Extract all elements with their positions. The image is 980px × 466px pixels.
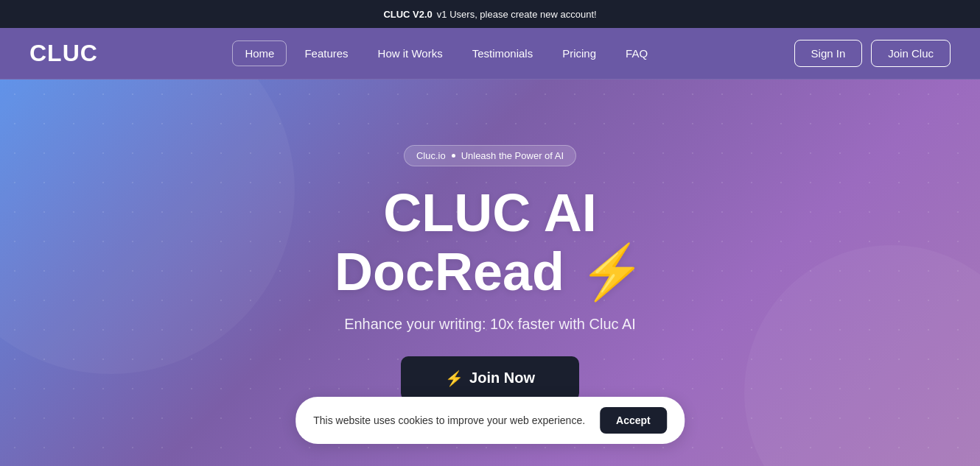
accept-cookie-button[interactable]: Accept [600,407,667,434]
nav-link-faq[interactable]: FAQ [614,41,659,66]
join-now-button[interactable]: ⚡ Join Now [401,356,579,400]
nav-link-testimonials[interactable]: Testimonials [461,41,545,66]
nav-item-faq[interactable]: FAQ [614,47,659,60]
nav-link-home[interactable]: Home [232,40,287,66]
hero-title-line2: DocRead ⚡ [335,242,645,301]
hero-badge-tagline: Unleash the Power of AI [461,150,564,161]
brand-version: CLUC V2.0 [383,9,432,20]
cookie-message: This website uses cookies to improve you… [313,414,585,426]
nav-item-features[interactable]: Features [293,47,360,60]
nav-item-how-it-works[interactable]: How it Works [366,47,455,60]
hero-badge-brand: Cluc.io [416,150,446,161]
hero-badge: Cluc.io Unleash the Power of AI [404,145,576,166]
badge-dot [452,154,455,158]
nav-item-testimonials[interactable]: Testimonials [461,47,545,60]
nav-item-pricing[interactable]: Pricing [550,47,608,60]
hero-subtitle: Enhance your writing: 10x faster with Cl… [344,316,636,333]
signin-button[interactable]: Sign In [794,40,863,67]
join-cluc-button[interactable]: Join Cluc [871,40,951,67]
nav-item-home[interactable]: Home [232,47,287,60]
nav-actions: Sign In Join Cluc [794,40,951,67]
join-now-label: Join Now [469,370,535,386]
top-banner: CLUC V2.0 v1 Users, please create new ac… [0,0,980,28]
join-now-icon: ⚡ [445,370,463,387]
hero-title: CLUC AI DocRead ⚡ [335,184,645,300]
navbar: CLUC Home Features How it Works Testimon… [0,28,980,80]
banner-message: v1 Users, please create new account! [437,9,597,20]
nav-link-how-it-works[interactable]: How it Works [366,41,455,66]
nav-logo[interactable]: CLUC [29,40,98,67]
nav-links: Home Features How it Works Testimonials … [232,47,659,60]
nav-link-features[interactable]: Features [293,41,360,66]
hero-title-line1: CLUC AI [383,183,596,242]
cookie-banner: This website uses cookies to improve you… [295,397,685,444]
nav-link-pricing[interactable]: Pricing [550,41,608,66]
